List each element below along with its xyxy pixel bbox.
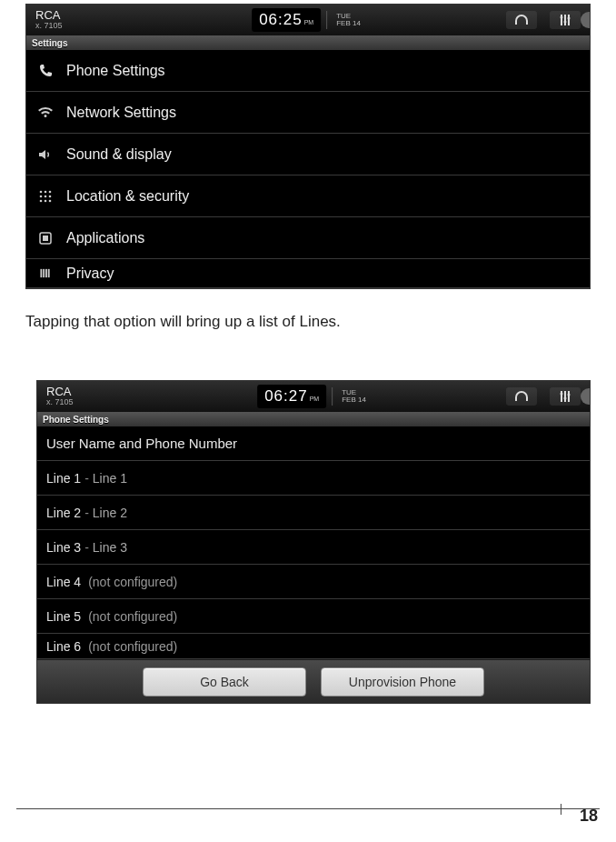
date-md: FEB 14 [342,396,366,404]
svg-rect-16 [43,236,48,241]
breadcrumb: Phone Settings [37,412,590,426]
svg-rect-20 [48,269,50,277]
menu-item-network-settings[interactable]: Network Settings [26,92,590,134]
caption-text: Tapping that option will bring up a list… [25,313,591,331]
svg-point-12 [40,199,43,202]
breadcrumb-label: Settings [32,38,67,48]
menu-label: Applications [66,230,144,246]
go-back-label: Go Back [200,675,249,689]
speaker-icon [37,146,54,163]
svg-rect-22 [564,391,566,402]
time-ampm: PM [310,396,320,402]
time-box: 06:25 PM [252,8,321,32]
unprovision-label: Unprovision Phone [349,675,456,689]
line-name: Line 1 [93,471,127,486]
svg-point-7 [45,190,47,193]
page-number: 18 [580,807,598,826]
not-configured-label: (not configured) [88,639,177,654]
time-ampm: PM [304,19,314,25]
svg-point-6 [40,190,43,193]
menu-item-privacy[interactable]: Privacy [26,259,590,288]
breadcrumb-label: Phone Settings [43,415,109,425]
separator: - [84,540,89,555]
svg-point-24 [561,393,563,396]
svg-point-10 [45,195,47,197]
svg-rect-18 [43,269,45,277]
svg-point-3 [561,16,563,19]
corner-indicator-icon [581,388,591,405]
unprovision-button[interactable]: Unprovision Phone [321,667,484,697]
menu-item-applications[interactable]: Applications [26,217,590,259]
line-item-6[interactable]: Line 6 (not configured) [37,634,590,659]
menu-item-phone-settings[interactable]: Phone Settings [26,50,590,92]
status-right [506,387,581,406]
menu-item-sound-display[interactable]: Sound & display [26,134,590,175]
time-value: 06:27 [264,387,308,406]
not-configured-label: (not configured) [88,575,177,589]
status-center: 06:27 PM TUE FEB 14 [257,385,370,408]
line-number: Line 2 [46,506,81,520]
app-icon [37,230,54,246]
svg-point-26 [568,394,571,396]
line-item-5[interactable]: Line 5 (not configured) [37,599,590,634]
footer-tick [561,804,561,815]
line-number: Line 5 [46,609,81,624]
sliders-icon[interactable] [550,11,581,29]
lines-header-label: User Name and Phone Number [46,436,237,451]
footer-rule [16,808,600,809]
menu-item-location-security[interactable]: Location & security [26,175,590,217]
status-bar: RCA x. 7105 06:27 PM TUE FEB 14 [37,381,590,412]
date-box: TUE FEB 14 [338,389,370,404]
svg-point-25 [564,397,567,400]
svg-point-5 [568,17,571,20]
screenshot-phone-settings: RCA x. 7105 06:27 PM TUE FEB 14 [36,380,591,704]
divider [332,387,333,406]
date-md: FEB 14 [336,20,361,27]
status-bar: RCA x. 7105 06:25 PM TUE FEB 14 [26,5,590,35]
line-item-4[interactable]: Line 4 (not configured) [37,565,590,599]
status-right [506,11,581,29]
breadcrumb: Settings [26,35,590,50]
settings-menu: Phone Settings Network Settings Sound & … [26,50,590,288]
corner-indicator-icon [581,12,591,28]
line-item-3[interactable]: Line 3 - Line 3 [37,530,590,565]
line-item-2[interactable]: Line 2 - Line 2 [37,496,590,530]
svg-point-11 [49,195,52,197]
headphones-icon[interactable] [506,387,537,406]
headphones-icon[interactable] [506,11,537,29]
extension-label: x. 7105 [35,22,90,31]
privacy-icon [37,266,54,282]
status-left: RCA x. 7105 [37,386,101,407]
svg-rect-17 [40,269,42,277]
status-left: RCA x. 7105 [26,9,90,31]
time-value: 06:25 [259,11,303,29]
extension-label: x. 7105 [46,398,101,407]
separator: - [84,506,89,520]
grid-icon [37,188,54,205]
svg-point-8 [49,190,52,193]
go-back-button[interactable]: Go Back [143,667,306,697]
svg-rect-19 [45,269,47,277]
menu-label: Network Settings [66,105,176,121]
button-bar: Go Back Unprovision Phone [37,659,590,703]
sliders-icon[interactable] [550,387,581,406]
lines-header: User Name and Phone Number [37,426,590,461]
line-number: Line 4 [46,575,81,589]
menu-label: Privacy [66,266,114,282]
svg-point-4 [564,21,567,24]
svg-point-9 [40,195,43,197]
menu-label: Sound & display [66,146,172,163]
svg-point-13 [45,199,47,202]
svg-point-14 [49,199,52,202]
screenshot-settings: RCA x. 7105 06:25 PM TUE FEB 14 [25,4,591,289]
separator: - [84,471,89,486]
menu-label: Location & security [66,188,189,205]
brand-label: RCA [35,9,90,22]
svg-rect-1 [564,15,566,25]
menu-label: Phone Settings [66,63,165,79]
svg-rect-2 [568,15,570,25]
line-item-1[interactable]: Line 1 - Line 1 [37,461,590,496]
line-number: Line 1 [46,471,81,486]
lines-list: User Name and Phone Number Line 1 - Line… [37,426,590,659]
divider [326,11,327,29]
